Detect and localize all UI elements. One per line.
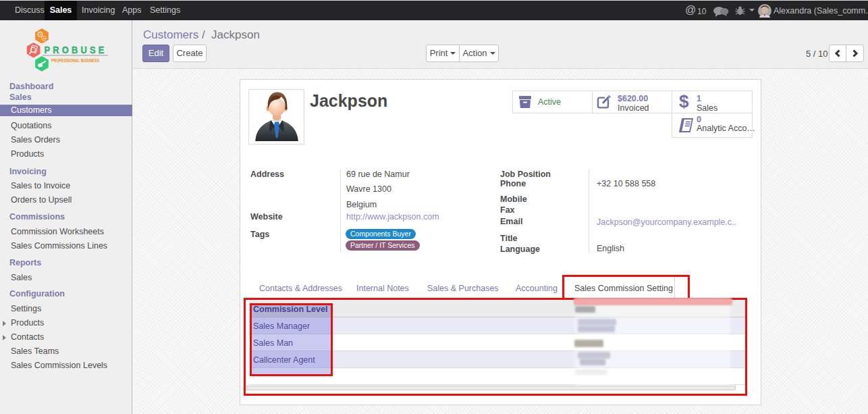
svg-text:PROBUSE: PROBUSE [45, 45, 107, 55]
svg-text:PROFESSIONAL BUSINESS: PROFESSIONAL BUSINESS [51, 57, 99, 63]
